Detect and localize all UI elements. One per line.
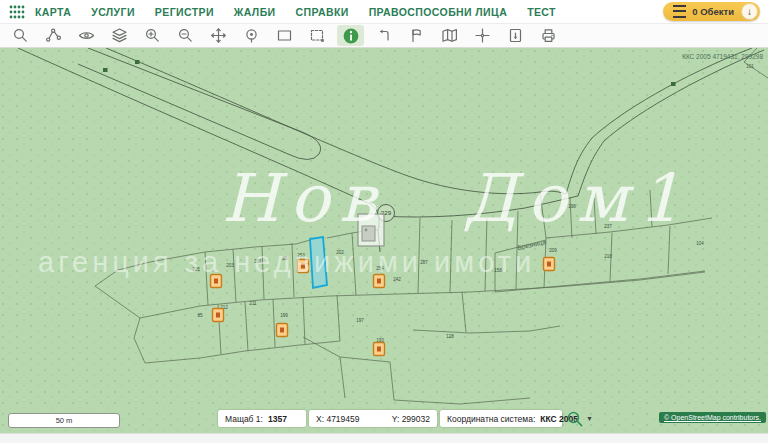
info-icon <box>342 27 360 45</box>
road-northeast-line1 <box>566 48 752 194</box>
map-viewport[interactable]: 229 Брезница 205203201852532028521221119… <box>0 48 768 433</box>
objects-button[interactable]: 0 Обекти ↓ <box>663 2 760 21</box>
measure-tool-button[interactable] <box>37 25 70 46</box>
layers-icon <box>111 27 128 44</box>
menu-item-pravosposobni-litsa[interactable]: ПРАВОСПОСОБНИ ЛИЦА <box>369 6 507 18</box>
parcel-number-label: 199 <box>280 313 288 318</box>
building-marker[interactable] <box>374 343 385 356</box>
coordinate-search-button[interactable] <box>566 410 584 428</box>
parcel-number-label: 205 <box>192 267 200 272</box>
building-marker[interactable] <box>213 309 224 322</box>
objects-count-label: 0 Обекти <box>692 6 734 17</box>
export-document-icon <box>507 27 524 44</box>
selected-parcel-highlight[interactable] <box>310 237 327 288</box>
building-marker[interactable] <box>298 260 309 273</box>
zoom-in-icon <box>144 27 161 44</box>
parcel-number-label: 202 <box>336 250 344 255</box>
window-bottom-strip <box>0 433 768 443</box>
map-scale-box: Мащаб 1: 1357 <box>218 410 306 427</box>
building-marker[interactable] <box>277 324 288 337</box>
collapse-panel-button[interactable]: ↓ <box>741 3 758 20</box>
chevron-down-icon[interactable]: ▼ <box>586 415 593 422</box>
crs-label: Координатна система: <box>447 414 535 424</box>
locality-label: Брезница <box>517 238 547 252</box>
apps-grid-icon[interactable] <box>9 5 25 19</box>
small-green-marker <box>671 82 676 86</box>
info-tool-button[interactable] <box>337 25 364 46</box>
zoom-out-icon <box>177 27 194 44</box>
parcel-number-label: 254 <box>376 266 384 271</box>
menu-item-karta[interactable]: КАРТА <box>35 6 71 18</box>
crosshair-icon <box>474 27 491 44</box>
flag-tool-button[interactable] <box>400 25 433 46</box>
menu-item-zhalbi[interactable]: ЖАЛБИ <box>234 6 276 18</box>
export-document-tool-button[interactable] <box>499 25 532 46</box>
road-northeast-line2 <box>578 50 764 196</box>
menu-item-uslugi[interactable]: УСЛУГИ <box>91 6 135 18</box>
parcel-number-label: 85 <box>282 256 288 261</box>
menu-item-test[interactable]: ТЕСТ <box>527 6 556 18</box>
road-network <box>18 48 764 252</box>
x-coordinate: X: 4719459 <box>316 414 360 424</box>
measure-nodes-icon <box>45 27 62 44</box>
crosshair-tool-button[interactable] <box>466 25 499 46</box>
map-scale-value: 1357 <box>268 414 287 424</box>
road-main-right-edge <box>106 48 408 176</box>
menu-item-registri[interactable]: РЕГИСТРИ <box>155 6 214 18</box>
hamburger-icon <box>673 5 686 18</box>
scale-bar-label: 50 m <box>56 416 73 425</box>
printer-icon <box>540 27 557 44</box>
road-main-left-edge <box>18 48 379 230</box>
rectangle-icon <box>276 27 293 44</box>
zoom-out-tool-button[interactable] <box>169 25 202 46</box>
parcel-number-label: 128 <box>446 334 454 339</box>
parcel-number-label: 201 <box>254 259 262 264</box>
point-select-tool-button[interactable] <box>235 25 268 46</box>
select-area-tool-button[interactable] <box>301 25 334 46</box>
parcel-number-label: 198 <box>568 204 576 209</box>
zoom-in-tool-button[interactable] <box>136 25 169 46</box>
parcel-boundaries <box>95 48 768 404</box>
search-tool-button[interactable] <box>4 25 37 46</box>
pan-icon <box>210 27 227 44</box>
flag-icon <box>408 27 425 44</box>
building-marker[interactable] <box>211 275 222 288</box>
folded-map-icon <box>441 27 458 44</box>
road-east-lower-edge <box>380 196 578 217</box>
building-marker[interactable] <box>544 258 555 271</box>
main-menu: КАРТАУСЛУГИРЕГИСТРИЖАЛБИСПРАВКИПРАВОСПОС… <box>35 6 576 18</box>
parcel-number-label: 203 <box>226 263 234 268</box>
parcel-number-label: 253 <box>297 253 305 258</box>
road-east-upper-edge <box>408 176 566 194</box>
cursor-coordinates-readout: ККС 2005 4719431, 299298 <box>682 53 763 60</box>
parcel-number-label: 218 <box>604 254 612 259</box>
parcel-number-label: 85 <box>197 313 203 318</box>
point-marker-icon <box>243 27 260 44</box>
menu-item-spravki[interactable]: СПРАВКИ <box>296 6 349 18</box>
parcel-number-label: 104 <box>696 241 704 246</box>
draw-rectangle-tool-button[interactable] <box>268 25 301 46</box>
visibility-tool-button[interactable] <box>70 25 103 46</box>
search-icon <box>12 27 29 44</box>
map-scale-label: Мащаб 1: <box>225 414 263 424</box>
cadastral-map-layer: 229 Брезница 205203201852532028521221119… <box>0 48 768 433</box>
map-sheets-tool-button[interactable] <box>433 25 466 46</box>
print-tool-button[interactable] <box>532 25 565 46</box>
small-green-marker <box>103 68 108 72</box>
parcel-number-label: 197 <box>356 318 364 323</box>
map-toolbar <box>0 24 768 48</box>
corner-arrow-tool-button[interactable] <box>367 25 400 46</box>
building-marker[interactable] <box>374 275 385 288</box>
parcel-number-label: 101 <box>746 64 754 69</box>
eye-icon <box>78 27 95 44</box>
osm-attribution[interactable]: © OpenStreetMap contributors. <box>659 412 766 423</box>
layers-tool-button[interactable] <box>103 25 136 46</box>
road-median-island <box>78 48 321 160</box>
coordinates-box: X: 4719459 Y: 299032 <box>309 410 437 427</box>
scale-bar: 50 m <box>8 413 120 428</box>
pan-tool-button[interactable] <box>202 25 235 46</box>
crs-selector-box: Координатна система: ККС 2005 ▼ <box>440 410 562 427</box>
broken-image-marker[interactable] <box>358 214 384 246</box>
parcel-number-label: 158 <box>494 268 502 273</box>
corner-arrow-icon <box>375 27 392 44</box>
